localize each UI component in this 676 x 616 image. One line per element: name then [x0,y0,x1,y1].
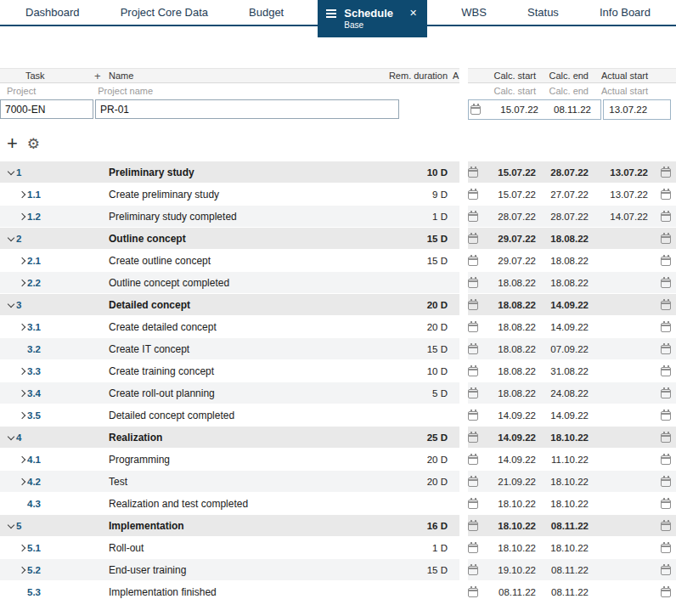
calc-start-date[interactable]: 18.08.22 [483,344,536,354]
tab-project-core-data[interactable]: Project Core Data [114,0,215,25]
task-name[interactable]: Realization [103,432,392,444]
table-row[interactable]: 4 Realization 25 D 14.09.22 18.10.22 [0,427,676,449]
calendar-icon[interactable] [661,190,671,200]
calc-end-date[interactable]: 27.07.22 [536,189,589,200]
task-name[interactable]: Implementation [103,520,392,532]
calc-end-date[interactable]: 18.08.22 [536,256,589,266]
calc-end-date[interactable]: 24.08.22 [536,388,589,398]
tab-dashboard[interactable]: Dashboard [19,0,87,25]
expand-chevron-icon[interactable] [18,478,25,485]
expand-chevron-icon[interactable] [18,191,25,198]
task-number[interactable]: 5.2 [27,565,103,575]
actual-start-date[interactable]: 14.07.22 [589,212,648,222]
calc-start-date[interactable]: 14.09.22 [483,455,536,465]
table-row[interactable]: 1.1 Create preliminary study 9 D 15.07.2… [0,184,676,206]
table-row[interactable]: 5.3 Implementation finished 08.11.22 08.… [0,581,676,603]
project-task-id-input[interactable] [0,99,93,119]
task-number[interactable]: 3.3 [27,366,103,376]
calc-start-date[interactable]: 18.08.22 [483,388,536,398]
calc-end-date[interactable]: 11.10.22 [536,455,589,465]
calendar-icon[interactable] [468,235,478,244]
calc-start-date[interactable]: 28.07.22 [483,212,536,222]
calc-start-date[interactable]: 18.08.22 [483,366,536,376]
calendar-icon[interactable] [661,478,671,487]
task-number[interactable]: 3.1 [27,322,103,332]
calendar-icon[interactable] [468,433,478,443]
calendar-icon[interactable] [661,455,671,465]
task-number[interactable]: 4.3 [27,499,103,509]
calc-start-date[interactable]: 18.08.22 [483,300,536,310]
calc-end-date[interactable]: 18.10.22 [536,543,589,553]
task-name[interactable]: Create outline concept [103,255,392,267]
task-name[interactable]: Preliminary study [103,167,392,178]
table-row[interactable]: 4.3 Realization and test completed 18.10… [0,493,676,515]
calendar-icon[interactable] [661,168,671,178]
table-row[interactable]: 3.2 Create IT concept 15 D 18.08.22 07.0… [0,338,676,360]
calc-start-date[interactable]: 14.09.22 [483,410,536,421]
table-row[interactable]: 3.5 Detailed concept completed 14.09.22 … [0,404,676,427]
calc-end-date[interactable]: 31.08.22 [536,366,589,376]
task-number[interactable]: 3.5 [27,410,103,421]
column-header-a[interactable]: A [453,71,459,81]
expand-chevron-icon[interactable] [18,324,25,331]
project-calc-end[interactable]: 08.11.22 [538,105,591,115]
column-header-actual-start[interactable]: Actual start [589,71,648,81]
calc-start-date[interactable]: 08.11.22 [483,587,536,597]
calendar-icon[interactable] [661,389,671,398]
calc-end-date[interactable]: 18.08.22 [536,278,589,288]
expand-chevron-icon[interactable] [18,257,25,264]
menu-icon[interactable] [326,9,336,18]
column-header-calc-start[interactable]: Calc. start [483,71,536,81]
task-name[interactable]: Detailed concept completed [103,410,392,421]
calendar-icon[interactable] [661,500,671,509]
calc-end-date[interactable]: 18.08.22 [536,234,589,244]
actual-start-date[interactable]: 13.07.22 [589,167,648,178]
add-column-icon[interactable]: + [94,70,101,82]
project-calc-dates-box[interactable]: 15.07.22 08.11.22 [468,99,601,120]
calendar-icon[interactable] [661,212,671,222]
settings-gear-icon[interactable]: ⚙ [27,135,40,153]
task-number[interactable]: 1.1 [27,189,103,200]
expand-chevron-icon[interactable] [18,412,25,419]
tab-budget[interactable]: Budget [242,0,290,25]
calc-end-date[interactable]: 14.09.22 [536,410,589,421]
calc-start-date[interactable]: 18.10.22 [483,521,536,531]
task-name[interactable]: Roll-out [103,542,392,554]
calc-start-date[interactable]: 21.09.22 [483,477,536,487]
calc-start-date[interactable]: 15.07.22 [483,189,536,200]
task-name[interactable]: Implementation finished [103,586,392,598]
calc-start-date[interactable]: 18.10.22 [483,499,536,509]
calc-end-date[interactable]: 28.07.22 [536,167,589,178]
task-name[interactable]: Detailed concept [103,299,392,311]
actual-start-date[interactable]: 13.07.22 [589,189,648,200]
expand-chevron-icon[interactable] [7,521,14,528]
task-number[interactable]: 5.1 [27,543,103,553]
calc-start-date[interactable]: 14.09.22 [483,432,536,443]
table-row[interactable]: 2.2 Outline concept completed 18.08.22 1… [0,272,676,294]
task-name[interactable]: End-user training [103,564,392,576]
calendar-icon[interactable] [470,105,481,115]
expand-chevron-icon[interactable] [7,300,14,307]
project-name-input[interactable] [95,99,399,119]
calc-start-date[interactable]: 29.07.22 [483,234,536,244]
task-number[interactable]: 3 [16,300,103,310]
table-row[interactable]: 2.1 Create outline concept 15 D 29.07.22… [0,250,676,272]
calendar-icon[interactable] [661,588,671,597]
calendar-icon[interactable] [468,411,478,421]
task-name[interactable]: Test [103,476,392,488]
calendar-icon[interactable] [468,500,478,509]
close-tab-icon[interactable]: ✕ [409,8,417,19]
calc-end-date[interactable]: 18.10.22 [536,499,589,509]
table-row[interactable]: 5.2 End-user training 15 D 19.10.22 08.1… [0,559,676,581]
calc-end-date[interactable]: 28.07.22 [536,212,589,222]
expand-chevron-icon[interactable] [18,368,25,375]
calendar-icon[interactable] [468,389,478,398]
calendar-icon[interactable] [661,367,671,376]
task-name[interactable]: Realization and test completed [103,498,392,510]
task-number[interactable]: 1.2 [27,212,103,222]
calendar-icon[interactable] [468,367,478,376]
calendar-icon[interactable] [661,433,671,443]
expand-chevron-icon[interactable] [7,432,14,439]
calendar-icon[interactable] [468,279,478,288]
column-header-task[interactable]: Task [25,71,45,81]
